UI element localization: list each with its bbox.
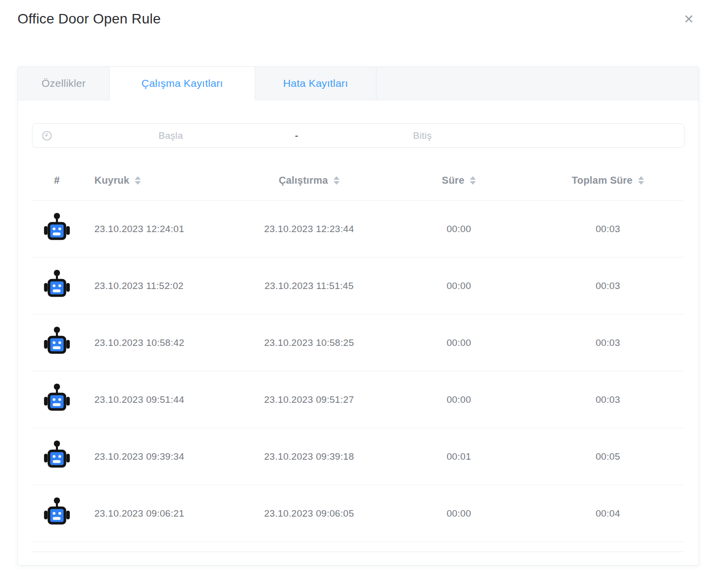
- tab-ozellikler[interactable]: Özellikler: [18, 67, 110, 100]
- table-row: 23.10.2023 09:06:21 23.10.2023 09:06:05 …: [32, 485, 685, 542]
- cell-calistirma: 23.10.2023 12:23:44: [232, 224, 386, 235]
- robot-icon: [43, 269, 70, 302]
- clock-icon: [41, 130, 52, 141]
- cell-sure: 00:00: [386, 224, 531, 235]
- column-header-index: #: [32, 175, 82, 186]
- cell-kuyruk: 23.10.2023 12:24:01: [82, 224, 232, 235]
- cell-toplam-sure: 00:03: [531, 281, 685, 292]
- cell-sure: 00:00: [386, 281, 531, 292]
- table-row: 23.10.2023 09:51:44 23.10.2023 09:51:27 …: [32, 371, 685, 428]
- start-date-input[interactable]: [53, 130, 288, 141]
- cell-calistirma: 23.10.2023 09:39:18: [232, 451, 386, 462]
- cell-calistirma: 23.10.2023 10:58:25: [232, 337, 386, 348]
- page-title: Office Door Open Rule: [17, 10, 161, 28]
- tabbar: Özellikler Çalışma Kayıtları Hata Kayıtl…: [18, 67, 699, 100]
- cell-sure: 00:00: [386, 337, 531, 348]
- close-icon[interactable]: ✕: [682, 11, 696, 27]
- tabbar-filler: [376, 67, 699, 100]
- cell-kuyruk: 23.10.2023 09:06:21: [82, 508, 232, 519]
- robot-icon: [43, 497, 70, 530]
- robot-icon: [43, 440, 70, 473]
- cell-calistirma: 23.10.2023 09:06:05: [232, 508, 386, 519]
- cell-toplam-sure: 00:03: [531, 394, 685, 405]
- table-row: 23.10.2023 09:39:34 23.10.2023 09:39:18 …: [32, 428, 685, 485]
- cell-toplam-sure: 00:04: [531, 508, 685, 519]
- cell-sure: 00:00: [386, 508, 531, 519]
- cell-calistirma: 23.10.2023 11:51:45: [232, 281, 386, 292]
- tab-content: - # Kuyruk Çalıştırma Süre Top: [18, 100, 699, 552]
- robot-icon: [43, 326, 70, 359]
- table-row: 23.10.2023 12:24:01 23.10.2023 12:23:44 …: [32, 200, 685, 257]
- cell-sure: 00:00: [386, 394, 531, 405]
- column-header-sure[interactable]: Süre: [386, 175, 531, 186]
- table-row: 23.10.2023 10:58:42 23.10.2023 10:58:25 …: [32, 314, 685, 371]
- cell-toplam-sure: 00:03: [531, 337, 685, 348]
- sort-icon: [135, 176, 141, 185]
- date-range-separator: -: [288, 130, 305, 141]
- tab-calisma-kayitlari[interactable]: Çalışma Kayıtları: [110, 67, 255, 100]
- table-footer-divider: [32, 542, 685, 552]
- column-header-toplam-sure[interactable]: Toplam Süre: [531, 175, 685, 186]
- sort-icon: [470, 176, 476, 185]
- cell-calistirma: 23.10.2023 09:51:27: [232, 394, 386, 405]
- robot-icon: [43, 212, 70, 246]
- run-records-table: # Kuyruk Çalıştırma Süre Toplam Süre: [32, 160, 685, 552]
- cell-toplam-sure: 00:05: [531, 451, 685, 462]
- modal-header: Office Door Open Rule ✕: [0, 0, 714, 28]
- date-range-picker[interactable]: -: [32, 123, 685, 148]
- table-row: 23.10.2023 11:52:02 23.10.2023 11:51:45 …: [32, 257, 685, 314]
- column-header-calistirma[interactable]: Çalıştırma: [232, 175, 386, 186]
- tab-hata-kayitlari[interactable]: Hata Kayıtları: [255, 67, 376, 100]
- rule-detail-panel: Özellikler Çalışma Kayıtları Hata Kayıtl…: [17, 66, 699, 566]
- end-date-input[interactable]: [305, 130, 540, 141]
- cell-sure: 00:01: [386, 451, 531, 462]
- cell-kuyruk: 23.10.2023 09:51:44: [82, 394, 232, 405]
- cell-kuyruk: 23.10.2023 11:52:02: [82, 281, 232, 292]
- sort-icon: [334, 176, 340, 185]
- table-header-row: # Kuyruk Çalıştırma Süre Toplam Süre: [32, 160, 685, 200]
- robot-icon: [43, 383, 70, 416]
- column-header-kuyruk[interactable]: Kuyruk: [82, 175, 232, 186]
- cell-kuyruk: 23.10.2023 10:58:42: [82, 337, 232, 348]
- sort-icon: [638, 176, 644, 185]
- cell-kuyruk: 23.10.2023 09:39:34: [82, 451, 232, 462]
- cell-toplam-sure: 00:03: [531, 224, 685, 235]
